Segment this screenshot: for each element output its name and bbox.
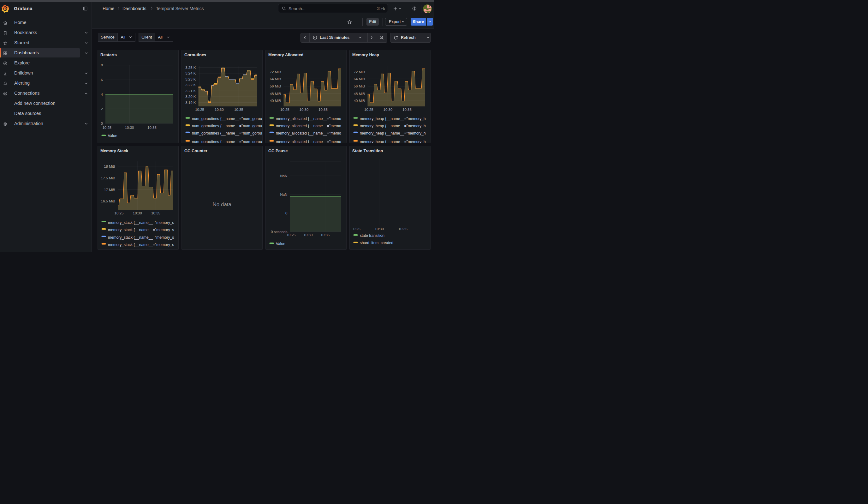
svg-text:0: 0 <box>101 122 103 125</box>
svg-text:18 MiB: 18 MiB <box>104 165 115 168</box>
svg-text:8: 8 <box>101 63 103 67</box>
svg-text:16.5 MiB: 16.5 MiB <box>101 199 115 203</box>
svg-text:memory_heap {__name__="memory_: memory_heap {__name__="memory_h <box>360 131 426 135</box>
svg-text:NaN: NaN <box>280 174 287 178</box>
svg-text:10:30: 10:30 <box>304 233 313 237</box>
svg-text:10:35: 10:35 <box>234 108 244 112</box>
svg-text:48 MiB: 48 MiB <box>354 92 365 96</box>
svg-text:6: 6 <box>101 78 103 82</box>
svg-text:10:35: 10:35 <box>151 211 161 215</box>
svg-text:48 MiB: 48 MiB <box>270 92 281 96</box>
svg-text:10:25: 10:25 <box>287 233 296 237</box>
svg-text:memory_heap {__name__="memory_: memory_heap {__name__="memory_h <box>360 116 426 121</box>
svg-text:3.21 K: 3.21 K <box>185 89 196 93</box>
svg-text:Value: Value <box>108 134 117 138</box>
svg-text:10:30: 10:30 <box>300 108 309 112</box>
svg-text:memory_allocated {__name__="me: memory_allocated {__name__="memo <box>276 131 341 135</box>
svg-text:shard_item_created: shard_item_created <box>360 240 393 245</box>
svg-text:10:35: 10:35 <box>320 233 330 237</box>
svg-text:4: 4 <box>101 93 103 96</box>
svg-text:10:35: 10:35 <box>319 108 328 112</box>
svg-text:10:30: 10:30 <box>215 108 224 112</box>
svg-text:56 MiB: 56 MiB <box>270 84 281 88</box>
svg-text:10:25: 10:25 <box>280 108 289 112</box>
svg-text:3.24 K: 3.24 K <box>185 71 196 75</box>
svg-text:17 MiB: 17 MiB <box>104 188 115 192</box>
svg-text:3.22 K: 3.22 K <box>185 83 196 87</box>
svg-text:10:35: 10:35 <box>398 227 407 231</box>
svg-text:state transition: state transition <box>360 233 384 238</box>
svg-text:10:25: 10:25 <box>195 108 204 112</box>
svg-text:3.25 K: 3.25 K <box>185 66 196 70</box>
svg-text:40 MiB: 40 MiB <box>270 99 281 103</box>
svg-text:num_goroutines {__name__="num_: num_goroutines {__name__="num_gorout <box>192 140 263 144</box>
svg-text:0 seconds: 0 seconds <box>271 230 288 234</box>
svg-text:10:30: 10:30 <box>125 126 134 130</box>
svg-text:memory_stack {__name__="memory: memory_stack {__name__="memory_s <box>108 228 174 232</box>
svg-text:memory_allocated {__name__="me: memory_allocated {__name__="memo <box>276 124 341 128</box>
svg-text:3.20 K: 3.20 K <box>185 95 196 99</box>
svg-text:num_goroutines {__name__="num_: num_goroutines {__name__="num_gorout <box>192 131 263 135</box>
svg-text:17.5 MiB: 17.5 MiB <box>101 176 115 180</box>
svg-text:64 MiB: 64 MiB <box>354 77 365 81</box>
svg-text:memory_stack {__name__="memory: memory_stack {__name__="memory_s <box>108 243 174 247</box>
svg-text:Value: Value <box>276 241 285 246</box>
svg-text:10:30: 10:30 <box>383 108 393 112</box>
svg-text:72 MiB: 72 MiB <box>270 70 281 74</box>
svg-text:memory_allocated {__name__="me: memory_allocated {__name__="memo <box>276 140 341 144</box>
svg-text:10:35: 10:35 <box>147 126 157 130</box>
svg-text:64 MiB: 64 MiB <box>270 77 281 81</box>
svg-text:40 MiB: 40 MiB <box>354 99 365 103</box>
svg-text:memory_heap {__name__="memory_: memory_heap {__name__="memory_h <box>360 140 426 144</box>
svg-text:3.19 K: 3.19 K <box>185 101 196 104</box>
svg-text:10:30: 10:30 <box>133 211 142 215</box>
svg-text:memory_stack {__name__="memory: memory_stack {__name__="memory_s <box>108 220 174 225</box>
svg-text:3.23 K: 3.23 K <box>185 78 196 81</box>
svg-text:memory_heap {__name__="memory_: memory_heap {__name__="memory_h <box>360 124 426 128</box>
svg-text:2: 2 <box>101 107 103 111</box>
svg-text:10:25: 10:25 <box>351 227 360 231</box>
svg-text:72 MiB: 72 MiB <box>354 70 365 74</box>
svg-text:num_goroutines {__name__="num_: num_goroutines {__name__="num_gorout <box>192 124 263 128</box>
svg-text:NaN: NaN <box>280 193 287 196</box>
svg-text:0: 0 <box>285 211 287 215</box>
svg-text:10:25: 10:25 <box>102 126 111 130</box>
svg-text:10:25: 10:25 <box>115 211 124 215</box>
svg-text:56 MiB: 56 MiB <box>354 84 365 88</box>
svg-text:10:30: 10:30 <box>375 227 384 231</box>
svg-text:10:35: 10:35 <box>402 108 412 112</box>
svg-text:memory_allocated {__name__="me: memory_allocated {__name__="memo <box>276 116 341 121</box>
svg-text:10:25: 10:25 <box>364 108 373 112</box>
svg-text:num_goroutines {__name__="num_: num_goroutines {__name__="num_gorout <box>192 116 263 121</box>
svg-text:memory_stack {__name__="memory: memory_stack {__name__="memory_s <box>108 235 174 240</box>
